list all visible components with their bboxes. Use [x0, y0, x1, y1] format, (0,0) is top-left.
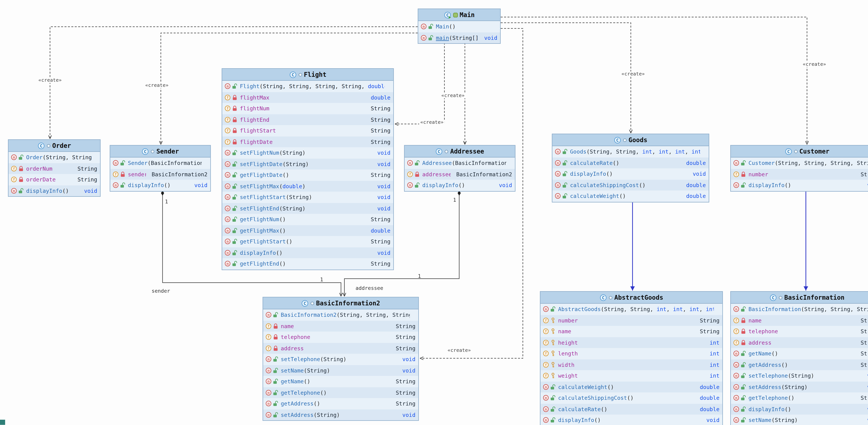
method-basicinformation2-getTelephone[interactable]: mgetTelephone()String	[263, 387, 418, 398]
method-abstractgoods-calculateShippingCost[interactable]: mcalculateShippingCost()double	[540, 392, 722, 403]
field-abstractgoods-length[interactable]: flengthint	[540, 348, 722, 359]
class-header-addressee[interactable]: CAddressee	[405, 146, 515, 158]
method-flight-getFlightEnd[interactable]: mgetFlightEnd()String	[222, 258, 393, 270]
class-header-abstractgoods[interactable]: CAbstractGoods	[540, 292, 722, 304]
method-flight-getFlightNum[interactable]: mgetFlightNum()String	[222, 214, 393, 225]
class-header-basicinformation2[interactable]: CBasicInformation2	[263, 298, 418, 309]
field-abstractgoods-height[interactable]: fheightint	[540, 337, 722, 348]
field-order-orderNum[interactable]: forderNumString	[8, 163, 100, 174]
class-header-customer[interactable]: CCustomer	[731, 146, 868, 158]
method-flight-setFlightStart[interactable]: msetFlightStart(String)void	[222, 192, 393, 203]
class-node-flight[interactable]: CFlightmFlight(String, String, String, S…	[222, 68, 394, 270]
field-abstractgoods-width[interactable]: fwidthint	[540, 359, 722, 370]
member-name: displayInfo	[570, 171, 606, 177]
class-header-goods[interactable]: CGoods	[552, 134, 709, 146]
field-basicinformation2-name[interactable]: fnameString	[263, 320, 418, 332]
class-node-sender[interactable]: CSendermSender(BasicInformation2)fsender…	[110, 145, 211, 192]
method-basicinformation-BasicInformation[interactable]: mBasicInformation(String, String, String…	[731, 304, 868, 315]
method-order-displayInfo[interactable]: mdisplayInfo()void	[8, 185, 100, 196]
field-flight-flightMax[interactable]: fflightMaxdouble	[222, 92, 393, 103]
method-basicinformation-setAddress[interactable]: msetAddress(String)void	[731, 381, 868, 393]
field-order-orderDate[interactable]: forderDateString	[8, 174, 100, 185]
method-order-Order[interactable]: mOrder(String, String)	[8, 152, 100, 163]
method-flight-getFlightMax[interactable]: mgetFlightMax()double	[222, 225, 393, 236]
method-basicinformation-displayInfo[interactable]: mdisplayInfo()void	[731, 403, 868, 415]
field-basicinformation-telephone[interactable]: ftelephoneString	[731, 326, 868, 337]
method-goods-calculateWeight[interactable]: mcalculateWeight()double	[552, 191, 709, 202]
method-flight-setFlightEnd[interactable]: msetFlightEnd(String)void	[222, 203, 393, 214]
method-goods-Goods[interactable]: mGoods(String, String, int, int, int, in…	[552, 146, 709, 157]
edge-main-customer[interactable]	[501, 17, 807, 144]
method-goods-displayInfo[interactable]: mdisplayInfo()void	[552, 168, 709, 179]
method-customer-Customer[interactable]: mCustomer(String, String, String, String…	[731, 158, 868, 169]
method-flight-getFlightDate[interactable]: mgetFlightDate()String	[222, 169, 393, 181]
method-main-main[interactable]: mmain(String[])void	[418, 32, 500, 44]
edge-label-stereotype: «create»	[440, 93, 466, 98]
method-basicinformation2-BasicInformation2[interactable]: mBasicInformation2(String, String, Strin…	[263, 309, 418, 320]
method-flight-displayInfo[interactable]: mdisplayInfo()void	[222, 247, 393, 258]
field-abstractgoods-number[interactable]: fnumberString	[540, 315, 722, 326]
method-basicinformation-getAddress[interactable]: mgetAddress()String	[731, 359, 868, 370]
class-node-basicinformation2[interactable]: CBasicInformation2mBasicInformation2(Str…	[262, 297, 419, 421]
method-flight-Flight[interactable]: mFlight(String, String, String, String, …	[222, 81, 393, 92]
class-header-flight[interactable]: CFlight	[222, 69, 393, 81]
field-abstractgoods-weight[interactable]: fweightint	[540, 370, 722, 381]
edge-main-basicinformation2[interactable]	[420, 28, 523, 358]
method-basicinformation-getTelephone[interactable]: mgetTelephone()String	[731, 392, 868, 403]
field-basicinformation2-address[interactable]: faddressString	[263, 343, 418, 354]
class-node-main[interactable]: CMainmMain()mmain(String[])void	[418, 8, 501, 44]
method-basicinformation2-setAddress[interactable]: msetAddress(String)void	[263, 409, 418, 421]
method-basicinformation2-setTelephone[interactable]: msetTelephone(String)void	[263, 354, 418, 365]
field-addressee-addressee[interactable]: faddresseeBasicInformation2	[405, 169, 515, 180]
method-icon: m	[224, 250, 231, 256]
method-sender-displayInfo[interactable]: mdisplayInfo()void	[110, 180, 210, 191]
class-header-main[interactable]: CMain	[418, 9, 500, 21]
method-basicinformation2-getAddress[interactable]: mgetAddress()String	[263, 398, 418, 409]
class-header-order[interactable]: COrder	[8, 140, 100, 152]
class-node-basicinformation[interactable]: CBasicInformationmBasicInformation(Strin…	[730, 291, 868, 425]
method-flight-setFlightNum[interactable]: msetFlightNum(String)void	[222, 147, 393, 159]
method-customer-displayInfo[interactable]: mdisplayInfo()void	[731, 180, 868, 191]
method-main-Main[interactable]: mMain()	[418, 21, 500, 32]
method-addressee-Addressee[interactable]: mAddressee(BasicInformation2)	[405, 158, 515, 169]
field-flight-flightDate[interactable]: fflightDateString	[222, 136, 393, 147]
class-node-abstractgoods[interactable]: CAbstractGoodsmAbstractGoods(String, Str…	[540, 291, 723, 425]
field-basicinformation2-telephone[interactable]: ftelephoneString	[263, 332, 418, 343]
method-abstractgoods-AbstractGoods[interactable]: mAbstractGoods(String, String, int, int,…	[540, 304, 722, 315]
field-basicinformation-address[interactable]: faddressString	[731, 337, 868, 348]
visibility-protected-icon	[550, 362, 556, 368]
field-basicinformation-name[interactable]: fnameString	[731, 315, 868, 326]
edge-main-flight[interactable]	[395, 42, 444, 124]
method-basicinformation-getName[interactable]: mgetName()String	[731, 348, 868, 359]
method-basicinformation-setTelephone[interactable]: msetTelephone(String)void	[731, 370, 868, 381]
uml-diagram-canvas[interactable]: CMainmMain()mmain(String[])voidCOrdermOr…	[0, 0, 868, 425]
method-icon: m	[733, 350, 739, 357]
edge-main-goods[interactable]	[501, 23, 631, 133]
method-abstractgoods-calculateRate[interactable]: mcalculateRate()double	[540, 403, 722, 415]
method-goods-calculateRate[interactable]: mcalculateRate()double	[552, 157, 709, 169]
member-type: void	[79, 188, 97, 194]
method-abstractgoods-displayInfo[interactable]: mdisplayInfo()void	[540, 415, 722, 425]
method-goods-calculateShippingCost[interactable]: mcalculateShippingCost()double	[552, 179, 709, 191]
method-flight-setFlightMax[interactable]: msetFlightMax(double)void	[222, 181, 393, 192]
method-basicinformation2-getName[interactable]: mgetName()String	[263, 376, 418, 387]
method-abstractgoods-calculateWeight[interactable]: mcalculateWeight()double	[540, 381, 722, 393]
method-addressee-displayInfo[interactable]: mdisplayInfo()void	[405, 180, 515, 191]
method-flight-setFlightDate[interactable]: msetFlightDate(String)void	[222, 159, 393, 170]
class-header-sender[interactable]: CSender	[110, 146, 210, 158]
method-basicinformation2-setName[interactable]: msetName(String)void	[263, 365, 418, 376]
field-customer-number[interactable]: fnumberString	[731, 169, 868, 180]
method-basicinformation-setName[interactable]: msetName(String)void	[731, 415, 868, 425]
field-sender-sender[interactable]: fsenderBasicInformation2	[110, 169, 210, 180]
field-flight-flightStart[interactable]: fflightStartString	[222, 125, 393, 136]
method-sender-Sender[interactable]: mSender(BasicInformation2)	[110, 158, 210, 169]
method-flight-getFlightStart[interactable]: mgetFlightStart()String	[222, 236, 393, 247]
class-node-customer[interactable]: CCustomermCustomer(String, String, Strin…	[730, 145, 868, 192]
class-node-addressee[interactable]: CAddresseemAddressee(BasicInformation2)f…	[404, 145, 516, 192]
class-node-goods[interactable]: CGoodsmGoods(String, String, int, int, i…	[552, 134, 709, 202]
class-node-order[interactable]: COrdermOrder(String, String)forderNumStr…	[8, 139, 101, 197]
field-abstractgoods-name[interactable]: fnameString	[540, 326, 722, 337]
field-flight-flightEnd[interactable]: fflightEndString	[222, 114, 393, 125]
class-header-basicinformation[interactable]: CBasicInformation	[731, 292, 868, 304]
field-flight-flightNum[interactable]: fflightNumString	[222, 103, 393, 114]
